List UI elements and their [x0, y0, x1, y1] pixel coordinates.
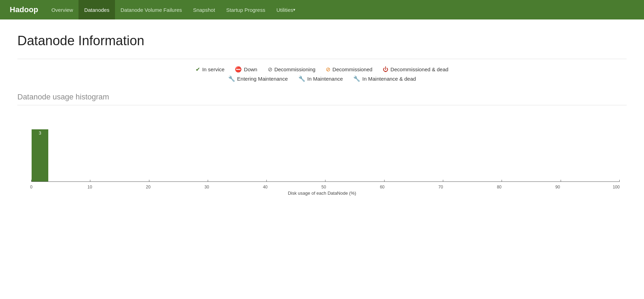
histogram-divider	[17, 105, 627, 105]
legend: ✔ In service ⛔ Down ⊘ Decommissioning ⊘ …	[17, 66, 627, 82]
tick-70	[443, 180, 443, 182]
check-icon: ✔	[196, 66, 200, 73]
x-tick-lines	[31, 180, 620, 182]
decommissioned-icon: ⊘	[326, 66, 330, 73]
decommissioning-icon: ⊘	[268, 66, 272, 73]
x-axis: 0 10 20 30 40 50 60 70 80 90 100	[31, 185, 620, 189]
in-maintenance-dead-icon: 🔧	[353, 75, 360, 82]
tick-0	[31, 180, 32, 182]
legend-in-maintenance: 🔧 In Maintenance	[298, 75, 343, 82]
bar-visual: 3	[32, 129, 48, 181]
legend-decommissioning: ⊘ Decommissioning	[268, 66, 315, 73]
x-label-70: 70	[437, 185, 444, 189]
x-label-20: 20	[145, 185, 152, 189]
x-label-80: 80	[496, 185, 503, 189]
main-content: Datanode Information ✔ In service ⛔ Down…	[0, 19, 644, 210]
legend-decommissioning-label: Decommissioning	[274, 66, 315, 72]
down-icon: ⛔	[235, 66, 242, 73]
bar-value-label: 3	[39, 129, 41, 136]
legend-decommissioned-dead: ⏻ Decommissioned & dead	[383, 66, 448, 73]
nav-item-startup-progress[interactable]: Startup Progress	[221, 0, 271, 19]
navbar: Hadoop Overview Datanodes Datanode Volum…	[0, 0, 644, 19]
legend-row-1: ✔ In service ⛔ Down ⊘ Decommissioning ⊘ …	[196, 66, 448, 73]
tick-60	[384, 180, 385, 182]
tick-20	[149, 180, 149, 182]
histogram-section: Datanode usage histogram 3	[17, 92, 627, 196]
nav-item-snapshot[interactable]: Snapshot	[188, 0, 221, 19]
nav-item-utilities[interactable]: Utilities	[271, 0, 301, 19]
in-maintenance-icon: 🔧	[298, 75, 305, 82]
legend-decommissioned-dead-label: Decommissioned & dead	[390, 66, 448, 72]
decommissioned-dead-icon: ⏻	[383, 66, 388, 73]
x-axis-label: Disk usage of each DataNode (%)	[288, 191, 356, 196]
legend-entering-maintenance-label: Entering Maintenance	[237, 76, 288, 82]
tick-90	[561, 180, 561, 182]
x-label-30: 30	[203, 185, 210, 189]
page-title: Datanode Information	[17, 33, 627, 48]
histogram-chart: 3 0 10 20	[17, 112, 627, 196]
nav-item-datanodes[interactable]: Datanodes	[79, 0, 115, 19]
x-label-90: 90	[554, 185, 561, 189]
title-divider	[17, 59, 627, 59]
tick-40	[266, 180, 267, 182]
tick-10	[90, 180, 90, 182]
tick-80	[502, 180, 502, 182]
tick-30	[208, 180, 208, 182]
legend-row-2: 🔧 Entering Maintenance 🔧 In Maintenance …	[228, 75, 416, 82]
x-label-10: 10	[86, 185, 93, 189]
legend-in-service: ✔ In service	[196, 66, 224, 73]
brand-logo: Hadoop	[3, 5, 44, 14]
tick-50	[325, 180, 325, 182]
bar-0: 3	[31, 129, 49, 181]
legend-decommissioned: ⊘ Decommissioned	[326, 66, 372, 73]
tick-100	[619, 180, 620, 182]
legend-entering-maintenance: 🔧 Entering Maintenance	[228, 75, 288, 82]
entering-maintenance-icon: 🔧	[228, 75, 235, 82]
legend-decommissioned-label: Decommissioned	[332, 66, 372, 72]
x-label-100: 100	[613, 185, 620, 189]
legend-down-label: Down	[244, 66, 257, 72]
histogram-title: Datanode usage histogram	[17, 92, 627, 102]
x-label-0: 0	[28, 185, 35, 189]
x-label-60: 60	[379, 185, 386, 189]
x-label-50: 50	[320, 185, 327, 189]
chart-area: 3	[31, 112, 620, 182]
nav-item-overview[interactable]: Overview	[46, 0, 79, 19]
legend-in-service-label: In service	[202, 66, 224, 72]
legend-down: ⛔ Down	[235, 66, 257, 73]
legend-in-maintenance-label: In Maintenance	[307, 76, 343, 82]
legend-in-maintenance-dead-label: In Maintenance & dead	[362, 76, 416, 82]
x-label-40: 40	[262, 185, 269, 189]
legend-in-maintenance-dead: 🔧 In Maintenance & dead	[353, 75, 416, 82]
nav-item-volume-failures[interactable]: Datanode Volume Failures	[115, 0, 188, 19]
